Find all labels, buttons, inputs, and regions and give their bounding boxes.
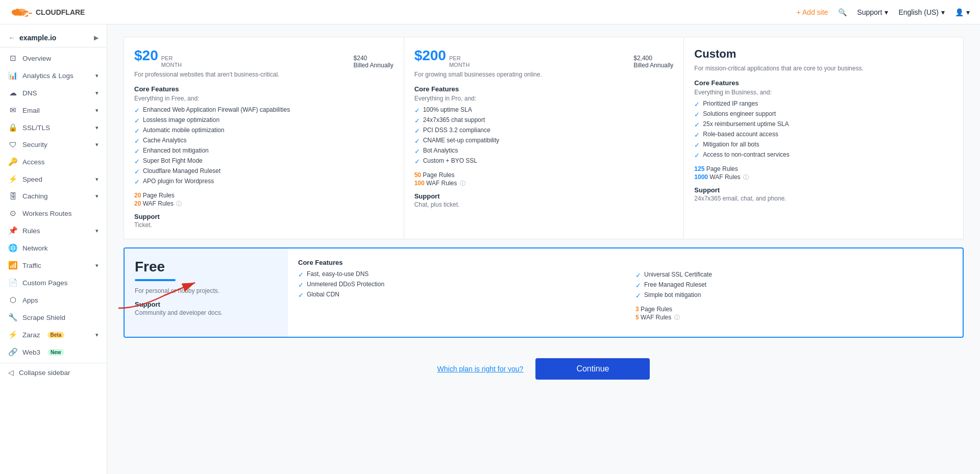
user-icon: 👤 [955, 8, 964, 16]
free-support-text: Community and developer docs. [135, 309, 278, 316]
main-content: $20 PERMONTH $240Billed Annually For pro… [107, 24, 980, 474]
pro-features-sub: Everything in Free, and: [134, 95, 394, 102]
sidebar-item-dns[interactable]: ☁ DNS ▾ [0, 84, 107, 102]
pro-feature-2: ✓ Lossless image optimization [134, 116, 394, 124]
security-chevron-icon: ▾ [95, 141, 99, 148]
custom-rules: 125 Page Rules 1000 WAF Rules ⓘ [694, 165, 953, 181]
sidebar-item-overview[interactable]: ⊡ Overview [0, 49, 107, 67]
sidebar-item-email[interactable]: ✉ Email ▾ [0, 102, 107, 119]
custom-support-text: 24x7x365 email, chat, and phone. [694, 195, 953, 202]
business-features-sub: Everything in Pro, and: [414, 95, 674, 102]
back-arrow-icon: ← [8, 34, 15, 42]
check-icon: ✓ [414, 117, 420, 124]
traffic-icon: 📶 [8, 261, 17, 270]
check-icon: ✓ [134, 168, 140, 176]
plan-card-free[interactable]: Free For personal or hobby projects. Sup… [124, 247, 964, 338]
check-icon: ✓ [635, 282, 641, 289]
sidebar-item-security[interactable]: 🛡 Security ▾ [0, 136, 107, 153]
continue-button[interactable]: Continue [535, 358, 650, 380]
business-feature-2: ✓ 24x7x365 chat support [414, 116, 674, 124]
sidebar-item-scrapeshield[interactable]: 🔧 Scrape Shield [0, 309, 107, 326]
plan-card-custom: Custom For mission-critical applications… [683, 37, 964, 239]
sidebar-label-rules: Rules [22, 227, 40, 235]
waf-info-icon: ⓘ [743, 174, 749, 180]
pro-feature-3: ✓ Automatic mobile optimization [134, 127, 394, 135]
which-plan-link[interactable]: Which plan is right for you? [437, 365, 524, 373]
pro-rules: 20 Page Rules 20 WAF Rules ⓘ [134, 192, 394, 208]
free-plan-title: Free [135, 259, 278, 275]
sidebar-label-scrapeshield: Scrape Shield [22, 314, 65, 321]
free-feature-r3: ✓ Simple bot mitigation [635, 291, 952, 300]
web3-icon: 🔗 [8, 347, 17, 357]
zaraz-chevron-icon: ▾ [95, 332, 99, 338]
language-chevron-icon: ▾ [941, 8, 945, 16]
pro-support-title: Support [134, 213, 394, 220]
sidebar-item-traffic[interactable]: 📶 Traffic ▾ [0, 257, 107, 274]
check-icon: ✓ [414, 158, 420, 165]
search-icon: 🔍 [838, 8, 847, 16]
email-chevron-icon: ▾ [95, 107, 99, 114]
custom-features-sub: Everything in Business, and: [694, 89, 953, 96]
pro-period: PERMONTH [161, 55, 182, 68]
sidebar-item-workers[interactable]: ⊙ Workers Routes [0, 205, 107, 222]
logo-area: CLOUDFLARE [10, 6, 85, 19]
sidebar-item-speed[interactable]: ⚡ Speed ▾ [0, 170, 107, 188]
sidebar-label-speed: Speed [22, 176, 42, 183]
network-icon: 🌐 [8, 243, 17, 253]
language-button[interactable]: English (US) ▾ [898, 8, 945, 16]
add-site-button[interactable]: + Add site [796, 8, 828, 16]
sidebar-label-custompages: Custom Pages [22, 279, 68, 287]
check-icon: ✓ [134, 147, 140, 155]
scrapeshield-icon: 🔧 [8, 313, 17, 322]
sidebar-label-analytics: Analytics & Logs [22, 72, 74, 80]
custom-features-title: Core Features [694, 79, 953, 87]
waf-info-icon: ⓘ [460, 180, 465, 186]
rules-icon: 📌 [8, 226, 17, 235]
pro-feature-1: ✓ Enhanced Web Application Firewall (WAF… [134, 106, 394, 114]
search-button[interactable]: 🔍 [838, 8, 847, 16]
custom-feature-2: ✓ Solutions engineer support [694, 110, 953, 118]
user-button[interactable]: 👤 ▾ [955, 8, 970, 16]
plan-card-pro: $20 PERMONTH $240Billed Annually For pro… [124, 37, 404, 239]
custom-description: For mission-critical applications that a… [694, 65, 953, 72]
zaraz-beta-badge: Beta [47, 332, 65, 338]
sidebar-item-custompages[interactable]: 📄 Custom Pages [0, 274, 107, 291]
apps-icon: ⬡ [8, 295, 17, 305]
sidebar-item-analytics[interactable]: 📊 Analytics & Logs ▾ [0, 67, 107, 84]
domain-selector[interactable]: ← example.io ▶ [0, 29, 107, 47]
sidebar-item-ssltls[interactable]: 🔒 SSL/TLS ▾ [0, 119, 107, 136]
sidebar-label-dns: DNS [22, 89, 37, 97]
free-feature-r1: ✓ Universal SSL Certificate [635, 271, 952, 279]
custom-title: Custom [694, 47, 953, 61]
zaraz-icon: ⚡ [8, 330, 17, 339]
ssltls-chevron-icon: ▾ [95, 124, 99, 131]
sidebar-item-zaraz[interactable]: ⚡ Zaraz Beta ▾ [0, 326, 107, 343]
ssl-icon: 🔒 [8, 123, 17, 132]
business-feature-6: ✓ Custom + BYO SSL [414, 157, 674, 165]
custom-feature-5: ✓ Mitigation for all bots [694, 141, 953, 149]
free-plan-description: For personal or hobby projects. [135, 287, 278, 294]
top-header: CLOUDFLARE + Add site 🔍 Support ▾ Englis… [0, 0, 980, 24]
header-right: + Add site 🔍 Support ▾ English (US) ▾ 👤 … [796, 8, 970, 16]
support-label: Support [857, 8, 882, 16]
sidebar-item-caching[interactable]: 🗄 Caching ▾ [0, 188, 107, 205]
cloudflare-logo-icon [10, 6, 33, 19]
sidebar-label-overview: Overview [22, 55, 51, 62]
free-feature-m1: ✓ Fast, easy-to-use DNS [298, 270, 615, 279]
free-plan-container: Free For personal or hobby projects. Sup… [124, 247, 964, 338]
free-plan-right: ✓ Universal SSL Certificate ✓ Free Manag… [625, 248, 963, 337]
collapse-sidebar-button[interactable]: ◁ Collapse sidebar [0, 363, 107, 382]
check-icon: ✓ [134, 117, 140, 124]
check-icon: ✓ [694, 101, 700, 108]
sidebar-item-rules[interactable]: 📌 Rules ▾ [0, 222, 107, 239]
business-support-text: Chat, plus ticket. [414, 201, 674, 208]
check-icon: ✓ [694, 131, 700, 139]
sidebar-item-network[interactable]: 🌐 Network [0, 239, 107, 257]
support-button[interactable]: Support ▾ [857, 8, 888, 16]
sidebar-item-access[interactable]: 🔑 Access [0, 153, 107, 170]
sidebar-item-apps[interactable]: ⬡ Apps [0, 291, 107, 309]
sidebar-label-ssltls: SSL/TLS [22, 124, 50, 132]
business-waf-rules: 100 WAF Rules ⓘ [414, 180, 674, 187]
sidebar-item-web3[interactable]: 🔗 Web3 New [0, 343, 107, 361]
dns-icon: ☁ [8, 88, 17, 97]
